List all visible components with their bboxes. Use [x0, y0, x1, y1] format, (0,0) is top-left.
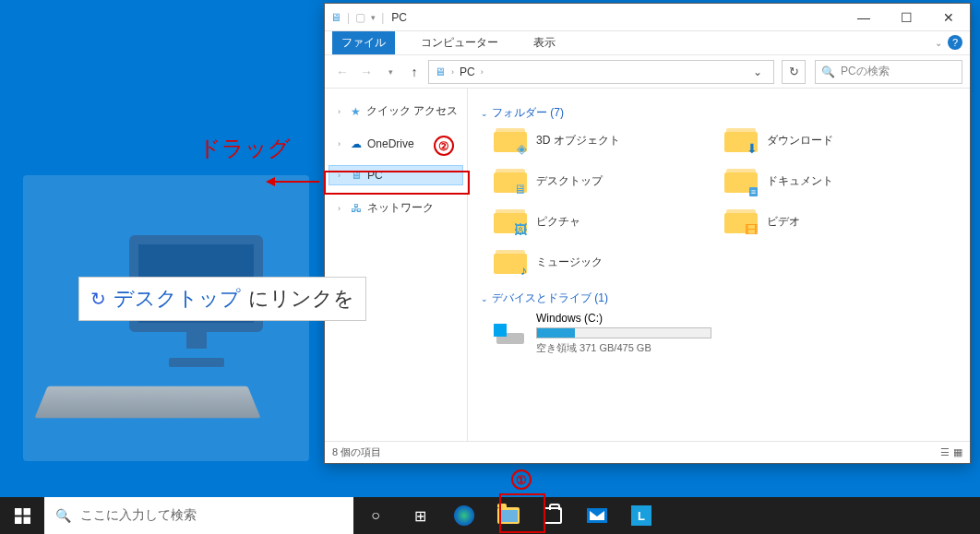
star-icon: ★: [351, 105, 361, 118]
tree-item-quick-access[interactable]: ›★ クイック アクセス: [329, 100, 463, 123]
annotation-circle-1: ①: [511, 469, 532, 490]
music-note-icon: ♪: [520, 263, 527, 278]
ribbon-tab-computer[interactable]: コンピューター: [412, 31, 508, 54]
monitor-icon: 🖥: [514, 182, 527, 196]
start-button[interactable]: [0, 497, 44, 534]
quick-access-toolbar: 🖥 | ▢ ▾ |: [330, 11, 384, 24]
annotation-arrow-icon: [266, 175, 321, 188]
taskbar-search-placeholder: ここに入力して検索: [80, 507, 197, 524]
svg-rect-3: [23, 508, 30, 516]
edge-icon: [454, 505, 474, 526]
cube-icon: ◈: [517, 141, 527, 156]
drive-c[interactable]: Windows (C:) 空き領域 371 GB/475 GB: [494, 312, 957, 355]
help-icon[interactable]: ?: [948, 35, 962, 50]
qat-dropdown-icon[interactable]: ▾: [371, 13, 376, 22]
tree-item-pc[interactable]: ›🖥 PC: [329, 165, 463, 185]
drag-tooltip-target: デスクトップ: [114, 285, 241, 313]
nav-forward-button[interactable]: →: [356, 65, 376, 79]
chevron-down-icon: ⌄: [481, 109, 488, 118]
annotation-circle-2: ②: [434, 136, 454, 156]
drag-tooltip-text: にリンクを: [248, 285, 354, 313]
nav-back-button[interactable]: ←: [332, 65, 353, 79]
nav-history-dropdown[interactable]: ▾: [380, 67, 400, 77]
mail-icon: [587, 508, 607, 523]
ribbon-expand-icon[interactable]: ⌄: [935, 38, 942, 48]
maximize-button[interactable]: ☐: [885, 4, 927, 31]
folder-documents[interactable]: ≡ ドキュメント: [724, 167, 946, 195]
statusbar: 8 個の項目 ☰ ▦: [325, 441, 970, 463]
taskbar-explorer-button[interactable]: [486, 497, 531, 534]
minimize-button[interactable]: —: [843, 4, 885, 31]
drive-free-text: 空き領域 371 GB/475 GB: [536, 341, 711, 355]
svg-rect-4: [15, 516, 22, 524]
search-placeholder: PCの検索: [841, 64, 890, 79]
taskbar-l-button[interactable]: L: [619, 497, 663, 534]
folder-icon: [497, 507, 520, 524]
nav-up-button[interactable]: ↑: [404, 65, 424, 79]
status-item-count: 8 個の項目: [332, 445, 381, 459]
tree-item-network[interactable]: ›🖧 ネットワーク: [329, 196, 463, 220]
store-icon: [544, 507, 562, 524]
taskbar-store-button[interactable]: [531, 497, 575, 534]
search-icon: 🔍: [55, 508, 71, 523]
svg-marker-1: [266, 177, 275, 186]
taskbar-taskview-button[interactable]: ⊞: [398, 497, 442, 534]
refresh-button[interactable]: ↻: [782, 60, 806, 84]
taskbar-mail-button[interactable]: [575, 497, 619, 534]
svg-rect-5: [23, 516, 30, 524]
folder-3d-objects[interactable]: ◈ 3D オブジェクト: [494, 126, 715, 154]
window-title: PC: [391, 11, 407, 24]
pc-tree-icon: 🖥: [351, 169, 362, 182]
titlebar[interactable]: 🖥 | ▢ ▾ | PC — ☐ ✕: [325, 4, 970, 31]
folder-music[interactable]: ♪ ミュージック: [494, 248, 715, 276]
ribbon-tab-file[interactable]: ファイル: [332, 31, 395, 54]
explorer-window: 🖥 | ▢ ▾ | PC — ☐ ✕ ファイル コンピューター 表示 ⌄ ? ←…: [324, 3, 971, 464]
folder-downloads[interactable]: ⬇ ダウンロード: [724, 126, 946, 154]
taskbar-edge-button[interactable]: [442, 497, 486, 534]
ribbon: ファイル コンピューター 表示 ⌄ ?: [325, 31, 970, 55]
folder-pictures[interactable]: 🖼 ピクチャ: [494, 208, 715, 235]
video-icon: 🎞: [745, 222, 758, 237]
breadcrumb-pc-icon: 🖥: [435, 65, 446, 78]
breadcrumb-dropdown-icon[interactable]: ⌄: [753, 65, 762, 78]
navbar: ← → ▾ ↑ 🖥 › PC › ⌄ ↻ 🔍 PCの検索: [325, 55, 970, 89]
cloud-icon: ☁: [351, 137, 362, 150]
l-icon: L: [631, 505, 651, 526]
drive-usage-bar: [536, 327, 711, 338]
download-arrow-icon: ⬇: [747, 141, 758, 156]
close-button[interactable]: ✕: [927, 4, 970, 31]
network-icon: 🖧: [351, 202, 362, 215]
drag-tooltip: ↻ デスクトップ にリンクを: [78, 277, 366, 321]
folder-desktop[interactable]: 🖥 デスクトップ: [494, 167, 715, 195]
group-folders[interactable]: ⌄ フォルダー (7): [481, 105, 957, 121]
chevron-down-icon: ⌄: [481, 294, 488, 303]
svg-rect-2: [15, 508, 22, 516]
view-icons-button[interactable]: ▦: [953, 446, 962, 458]
content-pane: ⌄ フォルダー (7) ◈ 3D オブジェクト ⬇ ダウンロード 🖥 デスクトッ…: [468, 89, 970, 441]
annotation-drag-label: ドラッグ: [198, 134, 291, 163]
group-devices[interactable]: ⌄ デバイスとドライブ (1): [481, 291, 957, 306]
search-box[interactable]: 🔍 PCの検索: [815, 60, 962, 84]
document-icon: ≡: [749, 187, 758, 196]
ribbon-tab-view[interactable]: 表示: [524, 31, 565, 54]
pc-small-icon: 🖥: [330, 11, 341, 24]
taskbar: 🔍 ここに入力して検索 ○ ⊞ L: [0, 497, 980, 534]
view-details-button[interactable]: ☰: [940, 446, 950, 458]
folder-videos[interactable]: 🎞 ビデオ: [724, 208, 946, 235]
picture-icon: 🖼: [514, 222, 527, 237]
taskbar-search[interactable]: 🔍 ここに入力して検索: [44, 497, 353, 534]
drive-name: Windows (C:): [536, 312, 711, 325]
drive-icon: [494, 320, 527, 348]
breadcrumb-text: PC: [460, 65, 475, 78]
breadcrumb[interactable]: 🖥 › PC › ⌄: [428, 60, 774, 84]
qat-folder-icon[interactable]: ▢: [355, 11, 365, 24]
link-arrow-icon: ↻: [90, 288, 106, 310]
search-icon: 🔍: [821, 65, 835, 78]
taskbar-cortana-button[interactable]: ○: [353, 497, 398, 534]
